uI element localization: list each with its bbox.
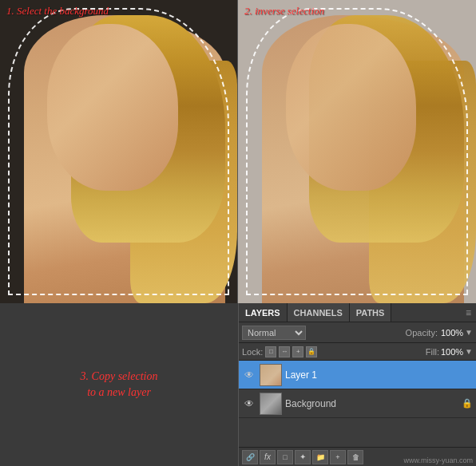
- main-container: 1. Select the background 2. inverse sele…: [0, 0, 476, 466]
- panel-tab-area: LAYERS CHANNELS PATHS: [239, 303, 461, 322]
- image-panel-1: 1. Select the background: [0, 0, 238, 303]
- new-group-button[interactable]: 📁: [312, 450, 328, 464]
- lock-position-icon[interactable]: ↔: [279, 346, 290, 357]
- tab-layers[interactable]: LAYERS: [239, 303, 288, 322]
- lock-move-icon[interactable]: +: [292, 346, 303, 357]
- selection-marching-ants-2: [246, 8, 468, 295]
- step2-label: 2. inverse selection: [244, 5, 324, 18]
- opacity-section: Opacity: 100% ▼: [406, 328, 473, 338]
- tab-paths[interactable]: PATHS: [350, 303, 392, 322]
- tab-channels[interactable]: CHANNELS: [288, 303, 350, 322]
- image-panel-2: 2. inverse selection: [238, 0, 476, 303]
- layer-item-layer1[interactable]: 👁 Layer 1: [239, 361, 476, 389]
- layers-panel: LAYERS CHANNELS PATHS ≡ Normal Multiply …: [238, 303, 476, 466]
- background-visibility-icon[interactable]: 👁: [242, 397, 256, 411]
- add-mask-button[interactable]: □: [277, 450, 293, 464]
- step3-text: 3. Copy selection to a new layer: [81, 369, 158, 400]
- layer1-thumbnail: [260, 364, 282, 386]
- bottom-section: 3. Copy selection to a new layer LAYERS …: [0, 303, 476, 466]
- opacity-value: 100%: [441, 328, 463, 338]
- opacity-arrow[interactable]: ▼: [465, 328, 473, 337]
- layer1-visibility-icon[interactable]: 👁: [242, 368, 256, 382]
- lock-fill-row: Lock: □ ↔ + 🔒 Fill: 100% ▼: [239, 343, 476, 361]
- layer1-name: Layer 1: [285, 369, 473, 381]
- step1-label: 1. Select the background: [6, 5, 109, 18]
- delete-layer-button[interactable]: 🗑: [347, 450, 363, 464]
- fill-section: Fill: 100% ▼: [426, 347, 473, 357]
- panel-tabs: LAYERS CHANNELS PATHS ≡: [239, 303, 476, 322]
- watermark: www.missy-yuan.com: [403, 456, 473, 464]
- step3-area: 3. Copy selection to a new layer: [0, 303, 238, 466]
- adjustment-button[interactable]: ✦: [295, 450, 311, 464]
- lock-icons: □ ↔ + 🔒: [265, 346, 317, 357]
- top-images: 1. Select the background 2. inverse sele…: [0, 0, 476, 303]
- blend-mode-select[interactable]: Normal Multiply Screen Overlay: [242, 326, 306, 340]
- lock-label: Lock:: [242, 347, 263, 357]
- new-layer-button[interactable]: +: [330, 450, 346, 464]
- layer-item-background[interactable]: 👁 Background 🔒: [239, 389, 476, 418]
- fill-arrow[interactable]: ▼: [465, 347, 473, 356]
- fill-value: 100%: [441, 347, 463, 357]
- link-layers-button[interactable]: 🔗: [242, 450, 258, 464]
- background-lock-icon: 🔒: [462, 398, 473, 409]
- selection-marching-ants-1: [8, 8, 229, 295]
- fx-button[interactable]: fx: [260, 450, 276, 464]
- opacity-label: Opacity:: [406, 328, 438, 338]
- lock-all-icon[interactable]: 🔒: [306, 346, 317, 357]
- panel-options-button[interactable]: ≡: [461, 303, 476, 322]
- fill-label: Fill:: [426, 347, 439, 357]
- panel-toolbar: 🔗 fx □ ✦ 📁 + 🗑 www.missy-yuan.com: [239, 447, 476, 466]
- lock-transparent-icon[interactable]: □: [265, 346, 276, 357]
- layers-list: 👁 Layer 1 👁 Background 🔒: [239, 361, 476, 447]
- background-layer-name: Background: [285, 398, 462, 409]
- blend-opacity-row: Normal Multiply Screen Overlay Opacity: …: [239, 322, 476, 343]
- background-thumbnail: [260, 393, 282, 415]
